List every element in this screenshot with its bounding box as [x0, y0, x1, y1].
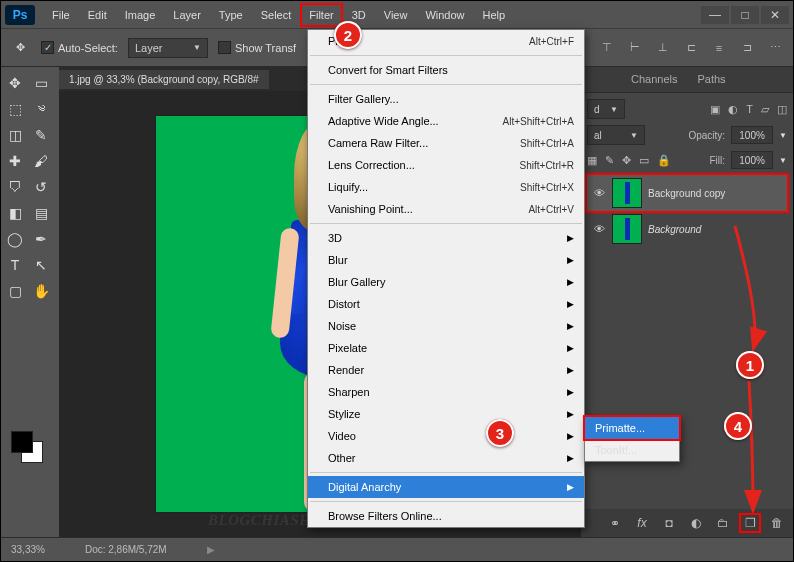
menu-sharpen[interactable]: Sharpen▶ [308, 381, 584, 403]
menu-edit[interactable]: Edit [79, 3, 116, 27]
checkbox-icon[interactable]: ✓ [41, 41, 54, 54]
menu-camera-raw[interactable]: Camera Raw Filter...Shift+Ctrl+A [308, 132, 584, 154]
menu-noise[interactable]: Noise▶ [308, 315, 584, 337]
align-vcenter-icon[interactable]: ⊢ [625, 38, 645, 58]
menu-distort[interactable]: Distort▶ [308, 293, 584, 315]
menu-help[interactable]: Help [474, 3, 515, 27]
type-tool[interactable]: T [3, 253, 27, 277]
align-left-icon[interactable]: ⊏ [681, 38, 701, 58]
show-transform-option[interactable]: ✓ Show Transf [218, 41, 296, 54]
link-layers-icon[interactable]: ⚭ [607, 516, 623, 530]
close-button[interactable]: ✕ [761, 6, 789, 24]
menu-convert-smart[interactable]: Convert for Smart Filters [308, 59, 584, 81]
brush-tool[interactable]: 🖌 [29, 149, 53, 173]
align-hcenter-icon[interactable]: ≡ [709, 38, 729, 58]
lock-artboard-icon[interactable]: ▭ [639, 154, 649, 167]
menu-type[interactable]: Type [210, 3, 252, 27]
adjustment-icon[interactable]: ◐ [688, 516, 704, 530]
menu-lens-correction[interactable]: Lens Correction...Shift+Ctrl+R [308, 154, 584, 176]
align-top-icon[interactable]: ⊤ [597, 38, 617, 58]
dodge-tool[interactable]: ◯ [3, 227, 27, 251]
foreground-color-swatch[interactable] [11, 431, 33, 453]
opacity-value[interactable]: 100% [731, 126, 773, 144]
artboard-tool[interactable]: ▭ [29, 71, 53, 95]
stamp-tool[interactable]: ⛉ [3, 175, 27, 199]
menu-filter[interactable]: Filter [300, 3, 342, 27]
path-selection-tool[interactable]: ↖ [29, 253, 53, 277]
tab-channels[interactable]: Channels [621, 67, 687, 92]
eraser-tool[interactable]: ◧ [3, 201, 27, 225]
menu-blur[interactable]: Blur▶ [308, 249, 584, 271]
auto-select-dropdown[interactable]: Layer ▼ [128, 38, 208, 58]
distribute-icon[interactable]: ⋯ [765, 38, 785, 58]
menu-view[interactable]: View [375, 3, 417, 27]
menu-render[interactable]: Render▶ [308, 359, 584, 381]
color-swatches[interactable] [11, 431, 45, 465]
menu-window[interactable]: Window [416, 3, 473, 27]
menu-browse-filters[interactable]: Browse Filters Online... [308, 505, 584, 527]
document-tab[interactable]: 1.jpg @ 33,3% (Background copy, RGB/8# [59, 69, 269, 89]
gradient-tool[interactable]: ▤ [29, 201, 53, 225]
visibility-icon[interactable]: 👁 [592, 187, 606, 199]
chevron-down-icon[interactable]: ▼ [779, 131, 787, 140]
group-icon[interactable]: 🗀 [715, 516, 731, 530]
lock-all-icon[interactable]: 🔒 [657, 154, 671, 167]
menu-stylize[interactable]: Stylize▶ [308, 403, 584, 425]
layer-item[interactable]: 👁 Background copy [587, 175, 787, 211]
visibility-icon[interactable]: 👁 [592, 223, 606, 235]
menu-layer[interactable]: Layer [164, 3, 210, 27]
filter-type-icon[interactable]: T [746, 103, 753, 116]
fill-value[interactable]: 100% [731, 151, 773, 169]
layer-item[interactable]: 👁 Background [587, 211, 787, 247]
filter-adjust-icon[interactable]: ◐ [728, 103, 738, 116]
submenu-primatte[interactable]: Primatte... [585, 417, 679, 439]
zoom-level[interactable]: 33,33% [11, 544, 45, 555]
align-bottom-icon[interactable]: ⊥ [653, 38, 673, 58]
layer-thumbnail[interactable] [612, 214, 642, 244]
lock-trans-icon[interactable]: ▦ [587, 154, 597, 167]
chevron-down-icon[interactable]: ▼ [779, 156, 787, 165]
layer-name[interactable]: Background [648, 224, 701, 235]
filter-smart-icon[interactable]: ◫ [777, 103, 787, 116]
menu-video[interactable]: Video▶ [308, 425, 584, 447]
menu-adaptive-wide-angle[interactable]: Adaptive Wide Angle...Alt+Shift+Ctrl+A [308, 110, 584, 132]
menu-digital-anarchy[interactable]: Digital Anarchy▶ [308, 476, 584, 498]
mask-icon[interactable]: ◘ [661, 516, 677, 530]
blend-mode-dropdown[interactable]: al▼ [587, 125, 645, 145]
lasso-tool[interactable]: ༄ [29, 97, 53, 121]
filter-shape-icon[interactable]: ▱ [761, 103, 769, 116]
move-tool[interactable]: ✥ [3, 71, 27, 95]
new-layer-icon[interactable]: ❐ [742, 516, 758, 530]
layer-name[interactable]: Background copy [648, 188, 725, 199]
menu-filter-gallery[interactable]: Filter Gallery... [308, 88, 584, 110]
lock-paint-icon[interactable]: ✎ [605, 154, 614, 167]
menu-liquify[interactable]: Liquify...Shift+Ctrl+X [308, 176, 584, 198]
filter-image-icon[interactable]: ▣ [710, 103, 720, 116]
lock-move-icon[interactable]: ✥ [622, 154, 631, 167]
minimize-button[interactable]: — [701, 6, 729, 24]
hand-tool[interactable]: ✋ [29, 279, 53, 303]
menu-image[interactable]: Image [116, 3, 165, 27]
kind-dropdown[interactable]: d▼ [587, 99, 625, 119]
maximize-button[interactable]: □ [731, 6, 759, 24]
align-right-icon[interactable]: ⊐ [737, 38, 757, 58]
fx-icon[interactable]: fx [634, 516, 650, 530]
crop-tool[interactable]: ◫ [3, 123, 27, 147]
tab-paths[interactable]: Paths [687, 67, 735, 92]
menu-file[interactable]: File [43, 3, 79, 27]
menu-select[interactable]: Select [252, 3, 301, 27]
menu-3d[interactable]: 3D▶ [308, 227, 584, 249]
layer-thumbnail[interactable] [612, 178, 642, 208]
shape-tool[interactable]: ▢ [3, 279, 27, 303]
menu-blur-gallery[interactable]: Blur Gallery▶ [308, 271, 584, 293]
history-brush-tool[interactable]: ↺ [29, 175, 53, 199]
marquee-tool[interactable]: ⬚ [3, 97, 27, 121]
menu-pixelate[interactable]: Pixelate▶ [308, 337, 584, 359]
healing-brush-tool[interactable]: ✚ [3, 149, 27, 173]
delete-layer-icon[interactable]: 🗑 [769, 516, 785, 530]
pen-tool[interactable]: ✒ [29, 227, 53, 251]
eyedropper-tool[interactable]: ✎ [29, 123, 53, 147]
submenu-toonit[interactable]: ToonIt!... [585, 439, 679, 461]
checkbox-icon[interactable]: ✓ [218, 41, 231, 54]
menu-vanishing-point[interactable]: Vanishing Point...Alt+Ctrl+V [308, 198, 584, 220]
